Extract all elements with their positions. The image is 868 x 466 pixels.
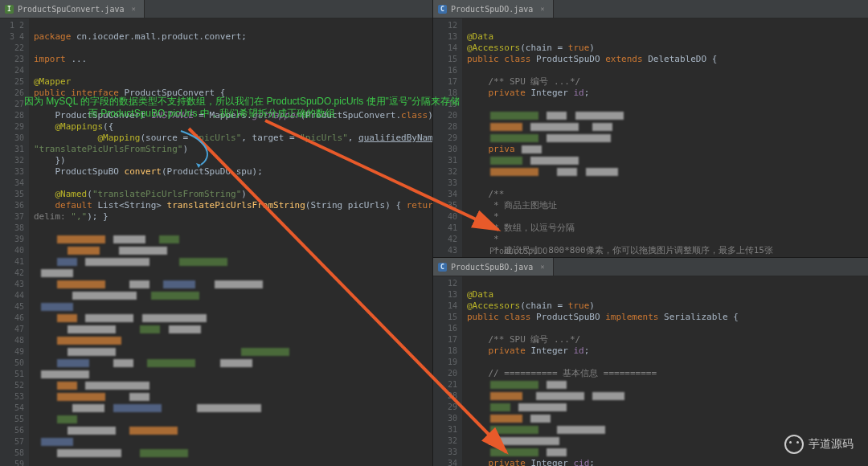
tab-label: ProductSpuConvert.java [18,5,124,14]
watermark-text: 芋道源码 [809,437,854,452]
editor-pane-right-top: C ProductSpuDO.java × 12 13 14 15 16 17 … [433,0,868,258]
tab-bar: C ProductSpuDO.java × [433,0,868,18]
tab-product-spu-convert[interactable]: I ProductSpuConvert.java × [0,0,145,18]
line-gutter: 1 2 3 4 22 23 24 25 26 27 28 29 30 31 32… [0,18,29,466]
breadcrumb-hint: ProductSpuDO [489,247,547,255]
code-editor[interactable]: 12 13 14 15 16 17 18 19 20 28 29 30 31 3… [433,18,868,257]
close-icon[interactable]: × [540,263,544,271]
code-editor[interactable]: 1 2 3 4 22 23 24 25 26 27 28 29 30 31 32… [0,18,432,466]
close-icon[interactable]: × [131,5,135,13]
close-icon[interactable]: × [540,5,544,13]
interface-icon: I [5,5,14,14]
tab-product-spu-bo[interactable]: C ProductSpuBO.java × [433,258,554,276]
code-body[interactable]: @Data @Accessors(chain = true) public cl… [462,18,868,257]
tab-product-spu-do[interactable]: C ProductSpuDO.java × [433,0,554,18]
class-icon: C [438,263,447,272]
tab-label: ProductSpuBO.java [451,263,533,272]
tab-bar: I ProductSpuConvert.java × [0,0,432,18]
code-body[interactable]: package cn.iocoder.mall.product.convert;… [29,18,432,466]
line-gutter: 12 13 14 15 16 17 18 19 20 28 29 30 31 3… [433,18,462,257]
watermark: 芋道源码 [784,435,854,454]
editor-pane-left: I ProductSpuConvert.java × 1 2 3 4 22 23… [0,0,433,466]
tab-label: ProductSpuDO.java [451,5,533,14]
line-gutter: 12 13 14 15 16 17 18 19 20 21 28 29 30 3… [433,276,462,466]
wechat-icon [784,435,804,454]
class-icon: C [438,5,447,14]
tab-bar: C ProductSpuBO.java × [433,258,868,276]
